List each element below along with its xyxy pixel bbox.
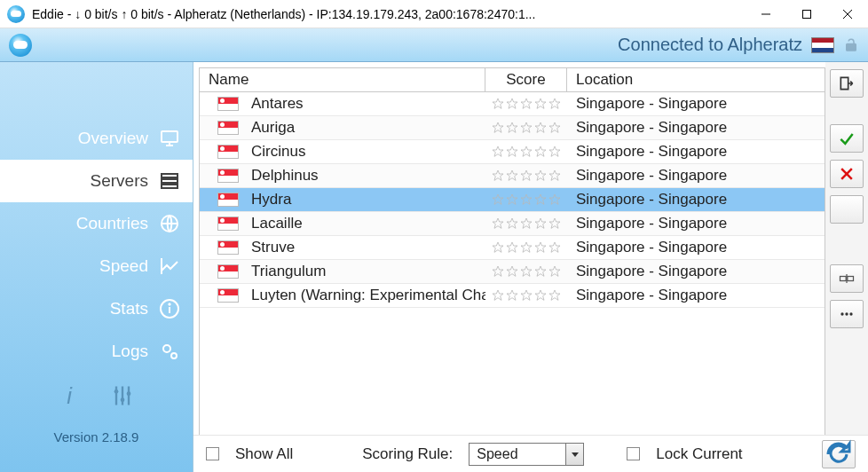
table-row[interactable]: LacailleSingapore - Singapore — [200, 212, 825, 236]
server-score — [485, 169, 567, 183]
svg-marker-41 — [535, 170, 546, 180]
blacklist-button[interactable] — [830, 160, 864, 188]
whitelist-button[interactable] — [830, 124, 864, 153]
server-name: Lacaille — [251, 215, 303, 232]
star-icon — [519, 169, 533, 183]
table-header: Name Score Location — [199, 67, 825, 92]
show-all-checkbox[interactable] — [206, 447, 219, 460]
svg-marker-37 — [549, 146, 560, 156]
star-icon — [505, 145, 519, 159]
svg-point-21 — [120, 397, 124, 402]
sidebar-item-overview[interactable]: Overview — [0, 117, 193, 160]
star-icon — [533, 169, 548, 183]
svg-marker-34 — [507, 146, 517, 156]
about-icon[interactable]: i — [59, 383, 83, 408]
svg-rect-4 — [162, 131, 178, 142]
star-icon — [491, 193, 505, 207]
lock-current-checkbox[interactable] — [627, 447, 640, 460]
svg-marker-32 — [549, 122, 560, 132]
scoring-rule-combo[interactable]: Speed — [469, 443, 584, 466]
close-button[interactable] — [827, 0, 868, 28]
column-header-score[interactable]: Score — [485, 68, 567, 91]
server-name: Antares — [251, 95, 304, 113]
minimize-button[interactable] — [746, 0, 786, 28]
svg-marker-49 — [507, 218, 517, 228]
server-location: Singapore - Singapore — [567, 191, 825, 208]
svg-point-14 — [163, 345, 170, 352]
server-location: Singapore - Singapore — [567, 287, 825, 304]
server-score — [485, 288, 567, 303]
star-icon — [519, 216, 533, 231]
flag-singapore-icon — [217, 97, 239, 111]
app-icon — [7, 5, 25, 23]
server-name: Triangulum — [251, 263, 326, 280]
svg-marker-35 — [521, 146, 532, 156]
chevron-down-icon[interactable] — [565, 444, 583, 465]
globe-icon — [159, 213, 180, 234]
flag-singapore-icon — [217, 240, 239, 255]
more-button[interactable] — [830, 300, 864, 328]
star-icon — [505, 97, 519, 111]
star-icon — [519, 145, 533, 159]
sidebar-item-label: Overview — [78, 129, 148, 148]
table-row[interactable]: TriangulumSingapore - Singapore — [200, 260, 825, 284]
server-score — [485, 193, 567, 207]
server-name: Auriga — [251, 119, 295, 137]
sidebar-item-logs[interactable]: Logs — [0, 330, 193, 373]
svg-marker-48 — [493, 218, 503, 228]
svg-point-75 — [849, 312, 852, 315]
lock-current-label: Lock Current — [656, 445, 742, 463]
column-header-location[interactable]: Location — [567, 68, 825, 91]
svg-marker-28 — [493, 122, 503, 132]
table-row[interactable]: Luyten (Warning: Experimental ChaCha20 c… — [200, 284, 825, 308]
star-icon — [491, 121, 505, 135]
column-header-name[interactable]: Name — [200, 68, 485, 91]
svg-marker-66 — [535, 290, 546, 300]
star-icon — [548, 216, 562, 231]
svg-marker-51 — [535, 218, 546, 228]
svg-marker-63 — [493, 290, 503, 300]
flag-singapore-icon — [217, 121, 239, 135]
table-row[interactable]: AurigaSingapore - Singapore — [200, 116, 825, 140]
star-icon — [533, 216, 548, 231]
svg-marker-60 — [521, 266, 532, 276]
svg-marker-45 — [521, 194, 532, 204]
sidebar-item-speed[interactable]: Speed — [0, 245, 193, 287]
star-icon — [533, 121, 548, 135]
svg-marker-76 — [572, 452, 579, 457]
scoring-rule-label: Scoring Rule: — [362, 445, 453, 463]
star-icon — [519, 240, 533, 255]
star-icon — [491, 240, 505, 255]
sidebar-item-countries[interactable]: Countries — [0, 202, 193, 245]
sidebar-item-servers[interactable]: Servers — [0, 160, 193, 202]
settings-icon[interactable] — [110, 383, 135, 408]
svg-marker-54 — [507, 242, 517, 252]
connect-button[interactable] — [830, 69, 864, 98]
svg-marker-58 — [493, 266, 503, 276]
table-row[interactable]: CircinusSingapore - Singapore — [200, 140, 825, 164]
server-location: Singapore - Singapore — [567, 167, 825, 185]
sidebar: Overview Servers Countries Speed Stats L… — [0, 62, 193, 472]
svg-marker-56 — [535, 242, 546, 252]
rename-button[interactable] — [830, 264, 864, 293]
star-icon — [505, 216, 519, 231]
neutral-button[interactable] — [830, 195, 864, 224]
sidebar-item-stats[interactable]: Stats — [0, 287, 193, 330]
refresh-button[interactable] — [822, 440, 856, 468]
table-row[interactable]: AntaresSingapore - Singapore — [200, 92, 825, 116]
star-icon — [533, 288, 548, 303]
table-row[interactable]: StruveSingapore - Singapore — [200, 236, 825, 260]
svg-marker-36 — [535, 146, 546, 156]
table-row[interactable]: DelphinusSingapore - Singapore — [200, 164, 825, 188]
star-icon — [548, 240, 562, 255]
status-bar: Connected to Alpheratz — [0, 28, 868, 62]
table-row[interactable]: HydraSingapore - Singapore — [200, 188, 825, 212]
svg-marker-26 — [535, 98, 546, 108]
star-icon — [548, 288, 562, 303]
maximize-button[interactable] — [786, 0, 827, 28]
star-icon — [519, 97, 533, 111]
svg-marker-67 — [549, 290, 560, 300]
svg-point-22 — [126, 391, 130, 396]
server-table: Name Score Location AntaresSingapore - S… — [193, 62, 825, 472]
action-panel — [825, 62, 868, 472]
